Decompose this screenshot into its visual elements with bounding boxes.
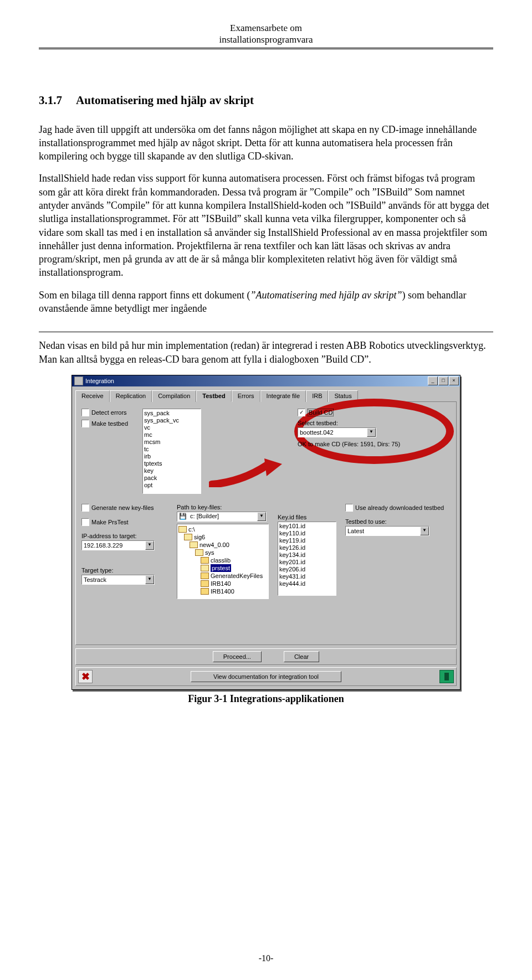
proceed-button[interactable]: Proceed...	[213, 651, 262, 662]
combo-select-testbed[interactable]: boottest.042 ▼	[298, 427, 376, 437]
clear-button[interactable]: Clear	[284, 651, 319, 662]
header-line-2: installationsprogramvara	[39, 34, 493, 45]
section-heading: 3.1.7 Automatisering med hjälp av skript	[39, 94, 493, 107]
tree-item[interactable]: sys	[195, 549, 267, 556]
chevron-down-icon[interactable]: ▼	[367, 428, 376, 437]
window-icon	[74, 376, 83, 385]
list-item[interactable]: key134.id	[279, 551, 335, 559]
combo-ip-address[interactable]: 192.168.3.229 ▼	[81, 540, 155, 550]
checkbox-build-cd[interactable]: Build CD	[298, 409, 334, 416]
folder-tree[interactable]: c:\ sig6 new4_0.00 sys classlib prstest …	[177, 524, 269, 599]
chevron-down-icon[interactable]: ▼	[145, 575, 154, 584]
list-item[interactable]: key444.id	[279, 580, 335, 587]
tab-bar: Receive Replication Compilation Testbed …	[75, 390, 457, 402]
list-item[interactable]: key101.id	[279, 523, 335, 530]
list-item[interactable]: tc	[144, 446, 200, 453]
list-item[interactable]: key110.id	[279, 530, 335, 537]
list-item[interactable]: key201.id	[279, 559, 335, 566]
list-item[interactable]: key119.id	[279, 537, 335, 544]
integration-window: Integration _ □ × Receive Replication Co…	[71, 375, 461, 690]
label-testbed-to-use: Testbed to use:	[345, 518, 451, 525]
label-path-keyfiles: Path to key-files:	[177, 504, 271, 510]
checkbox-icon	[81, 409, 89, 416]
tree-item[interactable]: IRB1400	[201, 587, 267, 595]
tab-irb[interactable]: IRB	[306, 390, 328, 402]
checkbox-make-prstest[interactable]: Make PrsTest	[81, 518, 129, 526]
paragraph-3: Som en bilaga till denna rapport finns e…	[39, 288, 493, 316]
paragraph-1: Jag hade även till uppgift att undersöka…	[39, 123, 493, 163]
paragraph-4: Nedan visas en bild på hur min implement…	[39, 339, 493, 366]
checkbox-icon	[81, 518, 89, 526]
chevron-down-icon[interactable]: ▼	[145, 541, 154, 550]
tab-compilation[interactable]: Compilation	[152, 390, 196, 402]
list-item[interactable]: mcsm	[144, 439, 200, 446]
list-item[interactable]: sys_pack	[144, 410, 200, 417]
checkbox-make-testbed[interactable]: Make testbed	[81, 420, 132, 427]
listbox-keyfiles[interactable]: key101.id key110.id key119.id key126.id …	[278, 522, 336, 596]
bottom-bar: ✖ View documentation for integration too…	[75, 667, 457, 686]
list-item[interactable]: irb	[144, 453, 200, 460]
checkbox-icon	[298, 409, 305, 416]
tree-item-selected[interactable]: prstest	[201, 564, 267, 572]
combo-testbed-to-use[interactable]: Latest ▼	[345, 526, 429, 536]
tab-replication[interactable]: Replication	[110, 390, 152, 402]
view-documentation-button[interactable]: View documentation for integration tool	[191, 671, 341, 682]
list-item[interactable]: sys_pack_vc	[144, 417, 200, 424]
close-button[interactable]: ×	[449, 376, 459, 385]
tab-status[interactable]: Status	[328, 390, 357, 402]
list-item[interactable]: key	[144, 467, 200, 474]
paragraph-2: InstallShield hade redan viss support fö…	[39, 172, 493, 279]
chevron-down-icon[interactable]: ▼	[420, 527, 429, 535]
section-number: 3.1.7	[39, 94, 62, 107]
checkbox-detect-errors[interactable]: Detect errors	[81, 409, 132, 416]
figure-caption: Figur 3-1 Integrations-applikationen	[39, 693, 493, 705]
list-item[interactable]: key206.id	[279, 566, 335, 573]
tree-item[interactable]: IRB140	[201, 580, 267, 587]
label-ok-make-cd: OK to make CD (Files: 1591, Dirs: 75)	[298, 441, 451, 447]
delete-icon[interactable]: ✖	[78, 670, 93, 683]
header-line-1: Examensarbete om	[39, 22, 493, 34]
exit-icon[interactable]	[439, 670, 454, 683]
checkbox-icon	[81, 420, 89, 427]
tree-item[interactable]: new4_0.00	[190, 541, 267, 549]
label-keyid-files: Key.id files	[278, 514, 339, 520]
checkbox-use-downloaded-testbed[interactable]: Use already downloaded testbed	[345, 504, 444, 512]
tree-item[interactable]: c:\	[178, 525, 267, 533]
button-bar: Proceed... Clear	[75, 648, 457, 665]
combo-target-type[interactable]: Testrack ▼	[81, 575, 155, 585]
tab-content-testbed: Detect errors Make testbed sys_pack sys_…	[75, 402, 457, 645]
list-item[interactable]: key431.id	[279, 573, 335, 580]
listbox-packages[interactable]: sys_pack sys_pack_vc vc mc mcsm tc irb t…	[142, 409, 201, 494]
tab-integrate-file[interactable]: Integrate file	[260, 390, 306, 402]
tab-receive[interactable]: Receive	[75, 390, 110, 402]
list-item[interactable]: opt	[144, 482, 200, 489]
tree-item[interactable]: GeneratedKeyFiles	[201, 572, 267, 580]
window-title: Integration	[85, 378, 114, 384]
list-item[interactable]: mc	[144, 431, 200, 439]
section-title: Automatisering med hjälp av skript	[76, 94, 254, 107]
checkbox-icon	[345, 504, 353, 512]
page-number: -10-	[0, 953, 532, 963]
combo-drive[interactable]: 💾 c: [Builder] ▼	[177, 512, 267, 522]
checkbox-generate-keyfiles[interactable]: Generate new key-files	[81, 504, 154, 512]
label-target-type: Target type:	[81, 567, 170, 574]
tab-errors[interactable]: Errors	[232, 390, 260, 402]
list-item[interactable]: tptexts	[144, 460, 200, 467]
checkbox-icon	[81, 504, 89, 512]
label-ip-address: IP-address to target:	[81, 533, 170, 539]
chevron-down-icon[interactable]: ▼	[257, 512, 266, 521]
label-select-testbed: Select testbed:	[298, 420, 451, 426]
list-item[interactable]: key126.id	[279, 544, 335, 551]
list-item[interactable]: vc	[144, 424, 200, 431]
page-header: Examensarbete om installationsprogramvar…	[39, 22, 493, 49]
tree-item[interactable]: classlib	[201, 556, 267, 564]
tree-item[interactable]: sig6	[184, 533, 267, 541]
tab-testbed[interactable]: Testbed	[196, 390, 231, 402]
titlebar[interactable]: Integration _ □ ×	[72, 375, 460, 386]
maximize-button[interactable]: □	[438, 376, 448, 385]
minimize-button[interactable]: _	[428, 376, 438, 385]
list-item[interactable]: pack	[144, 474, 200, 482]
